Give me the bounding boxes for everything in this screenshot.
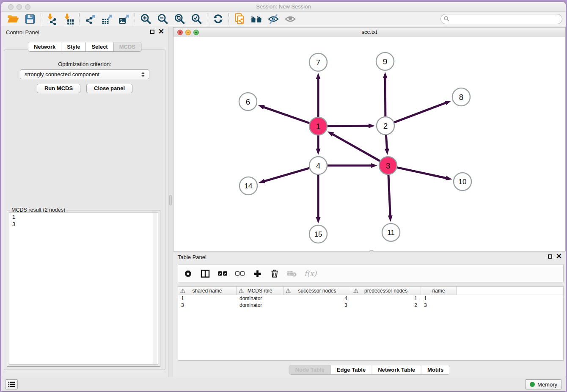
table-row[interactable]: 1 dominator 4 1 1: [178, 295, 563, 302]
task-list-icon: [8, 381, 15, 387]
table-row[interactable]: 3 dominator 3 2 3: [178, 302, 563, 309]
horizontal-splitter-grip[interactable]: [369, 250, 374, 252]
cell-successor-nodes[interactable]: 4: [284, 295, 351, 302]
add-column-icon[interactable]: [252, 268, 262, 279]
search-box[interactable]: [440, 14, 562, 24]
first-neighbors-icon[interactable]: [248, 12, 265, 26]
zoom-selected-icon[interactable]: [188, 12, 205, 26]
network-maximize-button[interactable]: +: [193, 30, 199, 35]
graph-edge-arrow: [445, 101, 451, 105]
table-panel-float-icon[interactable]: [548, 254, 552, 259]
panel-splitter[interactable]: [168, 27, 173, 377]
cell-mcds-role[interactable]: dominator: [237, 302, 284, 309]
network-close-button[interactable]: ✕: [177, 30, 183, 35]
cell-shared-name[interactable]: 1: [178, 295, 237, 302]
settings-gear-icon[interactable]: [183, 268, 193, 279]
cell-name[interactable]: 1: [421, 295, 457, 302]
graph-edge-arrow: [385, 149, 389, 155]
tab-network-table[interactable]: Network Table: [372, 365, 421, 374]
export-table-icon[interactable]: [99, 12, 116, 26]
graph-edge-3-1[interactable]: [332, 134, 380, 161]
table-panel-close-icon[interactable]: ✕: [556, 254, 562, 259]
window-zoom-button[interactable]: [25, 4, 30, 10]
graph-edge-1-2[interactable]: [328, 126, 369, 126]
column-header-name[interactable]: name: [421, 287, 457, 295]
graph-edge-4-14[interactable]: [264, 168, 309, 181]
graph-edge-1-6[interactable]: [263, 107, 309, 123]
app-window: Session: New Session: [1, 2, 566, 391]
close-panel-button[interactable]: Close panel: [86, 84, 132, 93]
graph-edge-arrow: [316, 217, 321, 224]
refresh-layout-icon[interactable]: [209, 12, 226, 26]
select-all-checks-icon[interactable]: [217, 268, 228, 279]
tab-style[interactable]: Style: [61, 42, 86, 51]
cell-name[interactable]: 3: [421, 302, 457, 309]
window-minimize-button[interactable]: [17, 4, 22, 10]
tab-motifs[interactable]: Motifs: [421, 365, 449, 374]
graph-node-label: 4: [316, 161, 321, 170]
graph-edge-3-11[interactable]: [388, 175, 390, 216]
control-panel-close-icon[interactable]: ✕: [158, 29, 164, 34]
cell-mcds-role[interactable]: dominator: [237, 295, 284, 302]
export-image-icon[interactable]: [116, 12, 132, 26]
graph-edge-arrow: [316, 149, 321, 155]
graph-edge-arrow: [371, 163, 377, 168]
graph-node-label: 8: [459, 93, 464, 102]
cell-shared-name[interactable]: 3: [178, 302, 237, 309]
deselect-all-checks-icon[interactable]: [235, 268, 245, 279]
zoom-out-icon[interactable]: [154, 12, 171, 26]
node-table-header: shared name MCDS role successor nodes pr…: [178, 287, 563, 295]
network-canvas[interactable]: 1234678910111415: [173, 38, 565, 251]
column-header-mcds-role[interactable]: MCDS role: [237, 287, 284, 295]
graph-edge-2-9[interactable]: [385, 77, 385, 116]
main-toolbar: [1, 12, 566, 26]
network-graph: 1234678910111415: [173, 38, 565, 251]
export-network-icon[interactable]: [82, 12, 99, 26]
graph-node-label: 3: [386, 161, 391, 170]
split-panel-icon[interactable]: [200, 268, 210, 279]
control-panel-float-icon[interactable]: [150, 30, 154, 34]
tab-edge-table[interactable]: Edge Table: [331, 365, 372, 374]
zoom-in-icon[interactable]: [137, 12, 154, 26]
import-table-icon[interactable]: [60, 12, 77, 26]
network-minimize-button[interactable]: −: [185, 30, 191, 35]
search-input[interactable]: [451, 16, 559, 22]
import-network-icon[interactable]: [43, 12, 60, 26]
table-panel-title: Table Panel: [178, 254, 206, 260]
optimization-criterion-value: strongly connected component: [25, 71, 99, 77]
cell-predecessor-nodes[interactable]: 2: [351, 302, 421, 309]
run-mcds-button[interactable]: Run MCDS: [37, 84, 80, 93]
hide-selected-icon[interactable]: [265, 12, 282, 26]
open-session-icon[interactable]: [5, 12, 22, 26]
optimization-criterion-select[interactable]: strongly connected component: [20, 69, 149, 79]
table-toolbar: f(x): [178, 265, 564, 282]
graph-edge-3-10[interactable]: [397, 168, 447, 178]
column-type-icon: [286, 288, 291, 293]
graph-edge-2-3[interactable]: [386, 135, 387, 149]
delete-column-icon[interactable]: [270, 268, 280, 279]
task-history-button[interactable]: [5, 379, 18, 389]
function-builder-icon-disabled: f(x): [304, 269, 317, 278]
tab-node-table[interactable]: Node Table: [289, 365, 331, 374]
column-header-shared-name[interactable]: shared name: [178, 287, 237, 295]
graph-edge-2-8[interactable]: [394, 102, 446, 122]
tab-select[interactable]: Select: [86, 42, 113, 51]
mcds-panel-body: Optimization criterion: strongly connect…: [4, 50, 165, 370]
window-close-button[interactable]: [8, 4, 14, 10]
column-header-successor-nodes[interactable]: successor nodes: [284, 287, 351, 295]
tab-mcds[interactable]: MCDS: [114, 42, 141, 51]
splitter-grip[interactable]: [169, 195, 172, 205]
mcds-result-text[interactable]: 1 3: [9, 212, 158, 364]
clone-network-icon[interactable]: [231, 12, 248, 26]
result-scrollbar[interactable]: [153, 213, 157, 364]
memory-button[interactable]: Memory: [525, 379, 562, 389]
window-title: Session: New Session: [1, 2, 566, 11]
save-session-icon[interactable]: [22, 12, 39, 26]
cell-successor-nodes[interactable]: 3: [284, 302, 351, 309]
column-header-predecessor-nodes[interactable]: predecessor nodes: [351, 287, 421, 295]
toolbar-separator: [135, 13, 135, 25]
cell-predecessor-nodes[interactable]: 1: [351, 295, 421, 302]
status-bar: Memory: [1, 377, 566, 391]
tab-network[interactable]: Network: [28, 42, 61, 51]
zoom-fit-icon[interactable]: [171, 12, 188, 26]
